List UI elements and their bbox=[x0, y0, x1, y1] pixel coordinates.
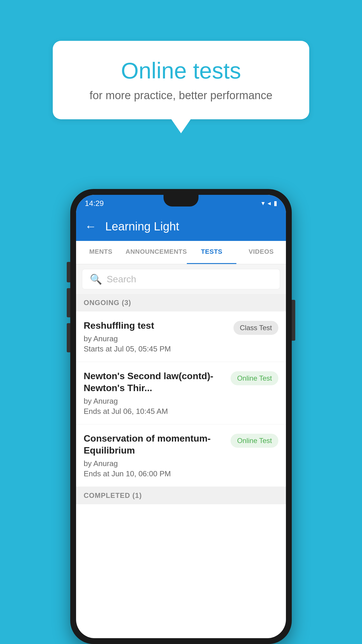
search-bar-container: 🔍 Search bbox=[76, 264, 286, 294]
search-placeholder: Search bbox=[107, 274, 136, 285]
wifi-icon: ▾ bbox=[261, 200, 265, 207]
notch bbox=[164, 195, 198, 206]
test-item-3[interactable]: Conservation of momentum-Equilibrium by … bbox=[76, 424, 286, 487]
speech-bubble-container: Online tests for more practice, better p… bbox=[53, 41, 309, 119]
test-item-2-content: Newton's Second law(contd)-Newton's Thir… bbox=[84, 370, 226, 416]
test-list: Reshuffling test by Anurag Starts at Jul… bbox=[76, 312, 286, 487]
test-title-2: Newton's Second law(contd)-Newton's Thir… bbox=[84, 370, 226, 394]
test-author-2: by Anurag bbox=[84, 397, 226, 406]
search-bar[interactable]: 🔍 Search bbox=[82, 269, 280, 289]
test-item-1[interactable]: Reshuffling test by Anurag Starts at Jul… bbox=[76, 312, 286, 362]
status-time: 14:29 bbox=[85, 199, 104, 208]
app-bar-title: Learning Light bbox=[105, 220, 179, 233]
ongoing-section-header: ONGOING (3) bbox=[76, 294, 286, 312]
side-button-power bbox=[67, 262, 70, 282]
signal-icon: ◂ bbox=[268, 200, 271, 207]
speech-bubble-subtitle: for more practice, better performance bbox=[73, 89, 289, 102]
search-icon: 🔍 bbox=[90, 273, 102, 285]
test-date-1: Starts at Jul 05, 05:45 PM bbox=[84, 344, 229, 354]
status-icons: ▾ ◂ ▮ bbox=[261, 200, 277, 207]
test-badge-2: Online Test bbox=[231, 371, 278, 385]
test-badge-1: Class Test bbox=[233, 321, 278, 335]
completed-section-header: COMPLETED (1) bbox=[76, 487, 286, 504]
tab-videos[interactable]: VIDEOS bbox=[236, 241, 286, 264]
test-item-3-content: Conservation of momentum-Equilibrium by … bbox=[84, 433, 226, 478]
back-button[interactable]: ← bbox=[85, 220, 96, 233]
test-item-1-content: Reshuffling test by Anurag Starts at Jul… bbox=[84, 320, 229, 354]
speech-bubble-title: Online tests bbox=[73, 58, 289, 83]
phone-frame: 14:29 ▾ ◂ ▮ ← Learning Light MENTS ANNOU… bbox=[70, 189, 292, 644]
test-author-1: by Anurag bbox=[84, 334, 229, 343]
test-title-3: Conservation of momentum-Equilibrium bbox=[84, 433, 226, 457]
test-title-1: Reshuffling test bbox=[84, 320, 229, 332]
tab-ments[interactable]: MENTS bbox=[76, 241, 126, 264]
test-date-3: Ends at Jun 10, 06:00 PM bbox=[84, 469, 226, 478]
tab-bar: MENTS ANNOUNCEMENTS TESTS VIDEOS bbox=[76, 241, 286, 264]
test-date-2: Ends at Jul 06, 10:45 AM bbox=[84, 407, 226, 416]
test-author-3: by Anurag bbox=[84, 459, 226, 468]
test-badge-3: Online Test bbox=[231, 434, 278, 448]
phone-screen: 14:29 ▾ ◂ ▮ ← Learning Light MENTS ANNOU… bbox=[76, 195, 286, 638]
tab-announcements[interactable]: ANNOUNCEMENTS bbox=[126, 241, 187, 264]
side-button-vol-up bbox=[67, 288, 70, 317]
speech-bubble: Online tests for more practice, better p… bbox=[53, 41, 309, 119]
side-button-right bbox=[292, 300, 295, 341]
tab-tests[interactable]: TESTS bbox=[187, 241, 236, 264]
side-button-vol-down bbox=[67, 323, 70, 352]
battery-icon: ▮ bbox=[274, 200, 277, 207]
test-item-2[interactable]: Newton's Second law(contd)-Newton's Thir… bbox=[76, 362, 286, 424]
app-bar: ← Learning Light bbox=[76, 212, 286, 241]
status-bar: 14:29 ▾ ◂ ▮ bbox=[76, 195, 286, 212]
